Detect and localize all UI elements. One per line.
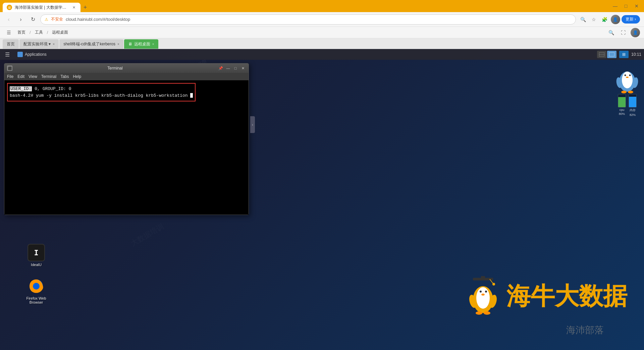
cpu-label: cpu (620, 108, 625, 112)
terminal-menu-file[interactable]: File (7, 74, 13, 79)
tab-remote-icon: 🖥 (128, 42, 132, 46)
bookmark-button[interactable]: ☆ (589, 15, 599, 24)
nav-actions: 🔍 ☆ 🧩 👤 更新 › (579, 15, 640, 24)
terminal-menu-tabs[interactable]: Tabs (60, 74, 69, 79)
svg-point-30 (628, 91, 633, 93)
bookmark-tools[interactable]: 工具 (32, 29, 46, 37)
vd-screen-btn-2[interactable] (607, 51, 616, 58)
terminal-menu-edit[interactable]: Edit (17, 74, 24, 79)
tab-home[interactable]: 首页 (3, 39, 19, 49)
svg-point-19 (484, 311, 490, 315)
cpu-bar-bg (618, 94, 626, 107)
firefox-icon (28, 277, 45, 295)
desktop-icon-idealu[interactable]: I IdealU (23, 244, 50, 267)
desktop-icon-firefox[interactable]: Firefox Web Browser (23, 277, 50, 304)
search-button[interactable]: 🔍 (579, 15, 588, 24)
monitor-bars: cpu 80% 内存 82% (618, 94, 637, 117)
mem-bar-fill (629, 97, 636, 107)
terminal-window: ⬛ Terminal 📌 — □ ✕ File Edit View Termin… (4, 63, 249, 215)
bookmark-home-label: 首页 (17, 30, 25, 35)
svg-point-15 (481, 294, 485, 296)
svg-point-25 (629, 75, 631, 76)
minimize-button[interactable]: — (610, 1, 620, 11)
window-controls: — □ ✕ (610, 1, 641, 11)
idealu-label: IdealU (31, 263, 42, 267)
bookmark-remote-label: 远程桌面 (52, 30, 68, 35)
profile-button[interactable]: 👤 (611, 15, 620, 24)
tab-remote-close[interactable]: × (152, 42, 154, 46)
terminal-close-button[interactable]: ✕ (240, 65, 246, 71)
vd-applications-button[interactable]: Applications (15, 51, 49, 58)
update-button[interactable]: 更新 › (622, 15, 640, 24)
address-bar[interactable]: ⚠ 不安全 cloud.hainiubl.com/#/tool/desktop (40, 14, 576, 25)
desktop-area: 大数据培训网名品牌 www.hainiuxy.com 大数据培训 ☰ Appli… (0, 49, 644, 350)
close-button[interactable]: ✕ (632, 1, 641, 11)
vd-applications-label: Applications (25, 52, 47, 57)
tab-close-button[interactable]: ✕ (71, 5, 76, 10)
tab-title: 海沛部落实验室 | 大数据学习云... (15, 5, 68, 10)
terminal-pin-button[interactable]: 📌 (218, 65, 224, 71)
brand-mascot (466, 276, 500, 316)
terminal-userid-value: 0, GROUP_ID: 0 (35, 86, 71, 91)
vd-screen-buttons (597, 51, 616, 58)
tab-configure-env[interactable]: 配置实验环境 ▾ × (19, 39, 59, 49)
refresh-button[interactable]: ↻ (28, 15, 38, 24)
tab-shell-close[interactable]: × (117, 42, 119, 46)
nav-search-icon[interactable]: 🔍 (606, 28, 616, 37)
address-text: cloud.hainiubl.com/#/tool/desktop (66, 17, 130, 22)
terminal-line-1: USER_ID: 0, GROUP_ID: 0 (10, 86, 193, 92)
terminal-minimize-button[interactable]: — (225, 65, 231, 71)
forward-button[interactable]: › (16, 15, 25, 24)
terminal-window-buttons: 📌 — □ ✕ (218, 65, 246, 71)
vd-screen-btn-1[interactable] (597, 51, 606, 58)
tab-shell[interactable]: shell终端-cdh集成了kerberos × (59, 39, 123, 49)
svg-point-29 (621, 91, 627, 93)
bookmark-home[interactable]: 首页 (15, 29, 28, 37)
tab-configure-close[interactable]: × (53, 42, 55, 46)
brand-section: 海牛大数据 (466, 276, 627, 316)
panel-collapse-button[interactable]: ‹ (250, 116, 255, 133)
terminal-highlighted-block: USER_ID: 0, GROUP_ID: 0 bash-4.2# yum -y… (7, 83, 196, 101)
cpu-bar-fill (618, 97, 626, 107)
extensions-button[interactable]: 🧩 (600, 15, 609, 24)
svg-rect-2 (609, 52, 614, 56)
back-button[interactable]: ‹ (4, 15, 13, 24)
terminal-maximize-button[interactable]: □ (232, 65, 238, 71)
svg-point-24 (625, 75, 626, 76)
mem-pct: 82% (630, 113, 636, 117)
new-tab-button[interactable]: + (80, 3, 90, 12)
brand-text: 海牛大数据 (506, 280, 627, 312)
tab-configure-label: 配置实验环境 ▾ (23, 41, 51, 47)
tab-favicon: 🖥 (7, 5, 12, 10)
mem-label: 内存 (630, 108, 636, 113)
browser-tab[interactable]: 🖥 海沛部落实验室 | 大数据学习云... ✕ (3, 3, 80, 12)
bookmark-remote-desktop[interactable]: 远程桌面 (49, 29, 71, 37)
vd-clock: 10:11 (631, 52, 641, 57)
terminal-title-text: Terminal (15, 66, 215, 71)
chrome-browser: 🖥 海沛部落实验室 | 大数据学习云... ✕ + — □ ✕ ‹ › ↻ ⚠ … (0, 0, 644, 350)
terminal-command: yum -y install krb5-libs krb5-auth-dialo… (36, 93, 187, 98)
vd-grid-button[interactable]: ⊞ (619, 51, 629, 58)
mem-bar-bg (629, 94, 637, 107)
breadcrumb-sep2: / (47, 30, 48, 35)
firefox-label: Firefox Web Browser (23, 296, 50, 304)
tab-remote-desktop[interactable]: 🖥 远程桌面 × (124, 39, 158, 49)
terminal-menu-view[interactable]: View (29, 74, 37, 79)
user-avatar[interactable]: 👤 (631, 28, 640, 37)
svg-point-10 (476, 287, 490, 309)
maximize-button[interactable]: □ (621, 1, 631, 11)
svg-point-21 (622, 72, 633, 88)
tab-home-label: 首页 (7, 41, 15, 47)
sidebar-toggle[interactable]: ☰ (4, 28, 13, 37)
terminal-content[interactable]: USER_ID: 0, GROUP_ID: 0 bash-4.2# yum -y… (4, 80, 249, 215)
virtual-desktop-taskbar: ☰ Applications ⊞ 10:11 (0, 49, 644, 60)
fullscreen-icon[interactable]: ⛶ (619, 28, 628, 37)
brand-subtitle: 海沛部落 (566, 324, 604, 337)
idealu-icon: I (28, 244, 45, 261)
watermark-text-3: 大数据培训 (129, 221, 166, 248)
terminal-menu-help[interactable]: Help (73, 74, 82, 79)
svg-point-14 (485, 291, 487, 293)
applications-icon (17, 52, 23, 57)
terminal-menu-terminal[interactable]: Terminal (41, 74, 56, 79)
vd-menu-button[interactable]: ☰ (3, 50, 12, 59)
